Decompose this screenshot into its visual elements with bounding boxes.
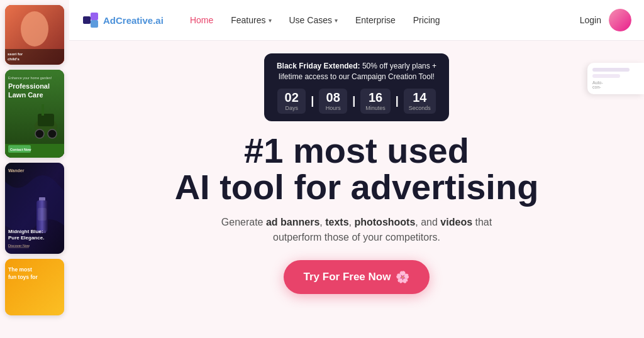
- svg-text:The most: The most: [8, 266, 32, 273]
- countdown-timer: 02 Days | 08 Hours | 16 Minutes | 14 Sec…: [277, 89, 436, 114]
- left-ad-panel: ssori for child's: [0, 0, 69, 338]
- subtext-bold-videos: videos: [440, 217, 472, 227]
- nav-features[interactable]: Features ▾: [223, 11, 279, 29]
- bf-banner: Black Friday Extended: 50% off yearly pl…: [264, 53, 449, 121]
- svg-text:Enhance your home garden!: Enhance your home garden!: [8, 76, 52, 80]
- countdown-minutes: 16 Minutes: [360, 89, 391, 114]
- subtext-bold-banners: ad banners: [266, 217, 319, 227]
- svg-rect-31: [83, 16, 91, 24]
- logo-area: AdCreative.ai: [82, 11, 164, 29]
- nav-home[interactable]: Home: [182, 11, 221, 29]
- hero-headline: #1 most used AI tool for advertising: [175, 133, 539, 207]
- svg-text:Contact Now: Contact Now: [10, 148, 31, 151]
- svg-rect-8: [38, 114, 54, 126]
- svg-text:child's: child's: [8, 57, 19, 61]
- cube-icon: [82, 11, 99, 29]
- logo-text: AdCreative.ai: [103, 15, 164, 26]
- svg-rect-32: [91, 13, 98, 20]
- svg-point-10: [48, 129, 57, 138]
- use-cases-chevron-icon: ▾: [335, 17, 338, 24]
- svg-point-9: [35, 129, 44, 138]
- ad-card-2: Enhance your home garden! Professional L…: [5, 70, 64, 158]
- countdown-sep-3: |: [396, 94, 399, 107]
- countdown-sep-1: |: [311, 94, 314, 107]
- navbar: AdCreative.ai Home Features ▾ Use Cases …: [69, 0, 644, 41]
- ad-card-3: Wander Midnight Blue: Pure Elegance. Dis…: [5, 163, 64, 254]
- login-button[interactable]: Login: [580, 15, 601, 25]
- nav-use-cases[interactable]: Use Cases ▾: [282, 11, 345, 29]
- svg-rect-22: [38, 208, 47, 221]
- svg-point-2: [21, 11, 48, 46]
- svg-text:Professional: Professional: [8, 82, 50, 90]
- hero-section: Black Friday Extended: 50% off yearly pl…: [69, 41, 644, 294]
- logo-main-text: AdCreative: [103, 15, 153, 26]
- ad-card-1: ssori for child's: [5, 5, 64, 65]
- ad-card-1-image: ssori for child's: [5, 5, 64, 65]
- features-chevron-icon: ▾: [269, 17, 272, 24]
- countdown-seconds: 14 Seconds: [404, 89, 436, 114]
- svg-text:Pure Elegance.: Pure Elegance.: [8, 235, 44, 241]
- countdown-sep-2: |: [352, 94, 355, 107]
- svg-text:Wander: Wander: [8, 168, 25, 173]
- cta-label: Try For Free Now: [304, 271, 391, 283]
- nav-enterprise[interactable]: Enterprise: [348, 11, 403, 29]
- cta-button[interactable]: Try For Free Now 🌸: [284, 260, 430, 294]
- svg-rect-33: [91, 20, 98, 28]
- right-peek-card: Auto- con-: [587, 63, 644, 94]
- nav-right: Login: [580, 9, 631, 31]
- countdown-days: 02 Days: [277, 89, 306, 114]
- svg-text:Lawn Care: Lawn Care: [8, 91, 43, 99]
- headline-line1: #1 most used: [175, 133, 539, 170]
- subtext-bold-texts: texts: [325, 217, 348, 227]
- main-area: AdCreative.ai Home Features ▾ Use Cases …: [69, 0, 644, 338]
- trial-avatar-button[interactable]: [609, 9, 631, 31]
- svg-text:fun toys for: fun toys for: [8, 274, 38, 280]
- ad-card-2-image: Enhance your home garden! Professional L…: [5, 70, 64, 158]
- cta-emoji: 🌸: [396, 270, 409, 284]
- countdown-hours: 08 Hours: [319, 89, 347, 114]
- nav-links: Home Features ▾ Use Cases ▾ Enterprise P…: [182, 11, 580, 29]
- svg-text:ssori for: ssori for: [8, 52, 23, 56]
- logo-accent-text: .ai: [153, 15, 164, 26]
- svg-text:Midnight Blue:: Midnight Blue:: [8, 229, 43, 234]
- svg-text:Discover Now: Discover Now: [8, 244, 30, 248]
- hero-subtext: Generate ad banners, texts, photoshoots,…: [221, 215, 492, 245]
- ad-card-4: The most fun toys for: [5, 259, 64, 315]
- nav-pricing[interactable]: Pricing: [406, 11, 448, 29]
- bf-banner-text: Black Friday Extended: 50% off yearly pl…: [277, 61, 436, 82]
- subtext-bold-photoshoots: photoshoots: [354, 217, 415, 227]
- headline-line2: AI tool for advertising: [175, 169, 539, 206]
- svg-rect-11: [42, 104, 44, 116]
